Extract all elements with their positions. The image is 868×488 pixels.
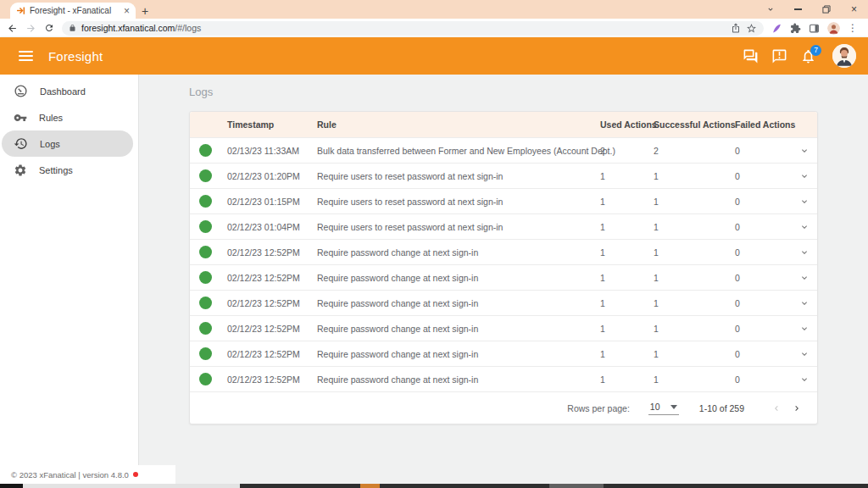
share-icon[interactable] — [731, 23, 741, 33]
status-success-icon — [199, 373, 212, 385]
tab-search-icon[interactable] — [756, 0, 784, 19]
expand-row-button[interactable] — [792, 324, 817, 334]
row-timestamp: 02/12/23 01:15PM — [227, 197, 317, 207]
user-avatar[interactable] — [832, 44, 856, 68]
forward-icon[interactable] — [25, 23, 36, 34]
expand-row-button[interactable] — [792, 222, 817, 232]
chevron-down-icon — [799, 222, 810, 232]
next-page-icon[interactable] — [787, 403, 807, 413]
feedback-icon[interactable] — [771, 48, 787, 64]
row-timestamp: 02/12/23 12:52PM — [227, 349, 317, 359]
logs-table: Timestamp Rule Used Actions Successful A… — [189, 111, 818, 424]
speedometer-icon — [14, 84, 28, 98]
browser-toolbar: foresight.xfanatical.com/#/logs ⋮ — [0, 19, 868, 37]
row-timestamp: 02/12/23 12:52PM — [227, 298, 317, 308]
select-caret-icon — [670, 405, 677, 409]
expand-row-button[interactable] — [792, 349, 817, 359]
tab-close-icon[interactable]: × — [124, 6, 130, 16]
version-text: © 2023 xFanatical | version 4.8.0 — [11, 470, 129, 480]
table-row[interactable]: 02/12/23 12:52PM Require password change… — [190, 341, 817, 366]
expand-row-button[interactable] — [792, 197, 817, 207]
expand-row-button[interactable] — [792, 298, 817, 308]
notification-count-badge: 7 — [810, 45, 821, 56]
minimize-window-button[interactable] — [784, 0, 812, 19]
row-successful-actions: 1 — [654, 273, 735, 283]
tab-title: Foresight - xFanatical — [30, 6, 120, 15]
status-success-icon — [199, 297, 212, 309]
browser-tab[interactable]: Foresight - xFanatical × — [10, 3, 136, 19]
sidebar-item-rules[interactable]: Rules — [0, 104, 133, 130]
extensions-puzzle-icon[interactable] — [790, 23, 801, 34]
row-timestamp: 02/12/23 01:04PM — [227, 222, 317, 232]
row-timestamp: 02/13/23 11:33AM — [227, 146, 317, 156]
address-bar[interactable]: foresight.xfanatical.com/#/logs — [62, 21, 764, 36]
expand-row-button[interactable] — [792, 374, 817, 385]
screen: Foresight - xFanatical × + × — [0, 0, 868, 488]
new-tab-button[interactable]: + — [136, 3, 154, 19]
row-used-actions: 1 — [600, 197, 654, 207]
row-rule: Require password change at next sign-in — [317, 349, 600, 359]
chevron-down-icon — [799, 247, 810, 258]
side-panel-icon[interactable] — [809, 23, 820, 34]
table-row[interactable]: 02/12/23 12:52PM Require password change… — [190, 290, 817, 315]
row-failed-actions: 0 — [735, 222, 792, 232]
table-row[interactable]: 02/12/23 12:52PM Require password change… — [190, 264, 817, 290]
row-failed-actions: 0 — [735, 298, 792, 308]
row-failed-actions: 0 — [735, 197, 792, 207]
chevron-down-icon — [799, 298, 810, 308]
history-icon — [14, 136, 28, 151]
table-row[interactable]: 02/13/23 11:33AM Bulk data transferred b… — [190, 137, 817, 163]
row-used-actions: 1 — [600, 273, 654, 283]
status-dot-icon — [133, 472, 138, 477]
row-timestamp: 02/12/23 12:52PM — [227, 247, 317, 258]
sidebar-item-settings[interactable]: Settings — [0, 157, 133, 183]
row-timestamp: 02/12/23 12:52PM — [227, 324, 317, 334]
expand-row-button[interactable] — [792, 171, 817, 181]
bookmark-star-icon[interactable] — [746, 23, 757, 34]
table-row[interactable]: 02/12/23 01:15PM Require users to reset … — [190, 188, 817, 214]
row-failed-actions: 0 — [735, 171, 792, 181]
extension-purple-icon[interactable] — [771, 23, 782, 34]
restore-window-button[interactable] — [812, 0, 840, 19]
row-successful-actions: 1 — [654, 298, 735, 308]
version-footer: © 2023 xFanatical | version 4.8.0 — [0, 465, 175, 484]
url-text: foresight.xfanatical.com/#/logs — [81, 23, 726, 33]
expand-row-button[interactable] — [792, 247, 817, 258]
rows-per-page-select[interactable]: 10 — [648, 401, 679, 415]
reload-icon[interactable] — [44, 23, 54, 33]
page-title: Logs — [189, 86, 213, 98]
table-row[interactable]: 02/12/23 01:04PM Require users to reset … — [190, 214, 817, 239]
row-used-actions: 1 — [600, 171, 654, 181]
row-used-actions: 2 — [600, 146, 654, 156]
status-success-icon — [199, 169, 212, 182]
row-failed-actions: 0 — [735, 349, 792, 359]
expand-row-button[interactable] — [792, 273, 817, 283]
row-successful-actions: 1 — [654, 374, 735, 385]
table-row[interactable]: 02/12/23 01:20PM Require users to reset … — [190, 163, 817, 188]
sidebar-item-dashboard[interactable]: Dashboard — [0, 78, 133, 104]
expand-row-button[interactable] — [792, 146, 817, 156]
back-icon[interactable] — [7, 23, 18, 34]
chat-forum-icon[interactable] — [743, 48, 759, 64]
workspace: Dashboard Rules Logs Settings — [0, 75, 868, 488]
taskbar-sliver — [0, 484, 868, 488]
table-row[interactable]: 02/12/23 12:52PM Require password change… — [190, 239, 817, 264]
chevron-down-icon — [799, 197, 810, 207]
sidebar-item-logs[interactable]: Logs — [2, 130, 133, 157]
row-timestamp: 02/12/23 01:20PM — [227, 171, 317, 181]
row-failed-actions: 0 — [735, 273, 792, 283]
table-row[interactable]: 02/12/23 12:52PM Require password change… — [190, 315, 817, 341]
close-window-button[interactable]: × — [840, 0, 868, 19]
browser-menu-icon[interactable]: ⋮ — [848, 22, 858, 34]
row-used-actions: 1 — [600, 298, 654, 308]
menu-hamburger-icon[interactable] — [19, 51, 33, 61]
status-success-icon — [199, 322, 212, 335]
previous-page-icon[interactable] — [766, 403, 787, 413]
browser-profile-avatar[interactable] — [827, 22, 840, 35]
notifications-bell-icon[interactable]: 7 — [800, 48, 816, 64]
chevron-down-icon — [799, 349, 810, 359]
row-failed-actions: 0 — [735, 324, 792, 334]
row-rule: Require password change at next sign-in — [317, 324, 600, 334]
row-rule: Require users to reset password at next … — [317, 197, 600, 207]
table-row[interactable]: 02/12/23 12:52PM Require password change… — [190, 366, 817, 391]
